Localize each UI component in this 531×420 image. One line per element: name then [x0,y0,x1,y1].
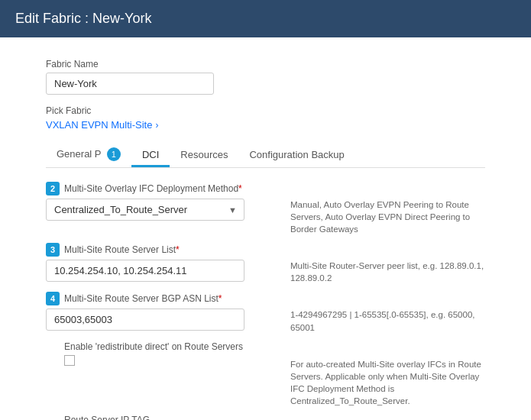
page-title: Edit Fabric : New-York [15,11,151,26]
overlay-ifc-select[interactable]: Centralized_To_Route_Server [46,199,244,221]
bgp-asn-list-hint: 1-4294967295 | 1-65535[.0-65535], e.g. 6… [290,292,485,333]
tab-config-backup-label: Configuration Backup [249,149,344,160]
tab-dci-label: DCI [142,149,159,160]
redistribute-direct-checkbox[interactable] [64,355,75,366]
route-server-list-left: 3 Multi-Site Route Server List* [46,243,275,282]
tab-dci[interactable]: DCI [131,143,170,166]
redistribute-direct-hint: For auto-created Multi-Site overlay IFCs… [290,341,485,407]
overlay-ifc-row: 2 Multi-Site Overlay IFC Deployment Meth… [46,182,485,235]
tab-general-label: General P [57,148,101,160]
fabric-link[interactable]: VXLAN EVPN Multi-Site › [46,119,485,131]
bgp-asn-list-left: 4 Multi-Site Route Server BGP ASN List* [46,292,275,331]
route-server-list-label-row: 3 Multi-Site Route Server List* [46,243,275,257]
page-header: Edit Fabric : New-York [0,0,531,37]
route-server-list-label: Multi-Site Route Server List* [64,244,180,255]
redistribute-direct-label-row: Enable 'redistribute direct' on Route Se… [46,341,275,352]
redistribute-direct-row: Enable 'redistribute direct' on Route Se… [46,341,485,407]
overlay-ifc-hint: Manual, Auto Overlay EVPN Peering to Rou… [290,182,485,235]
pick-fabric-row: Pick Fabric VXLAN EVPN Multi-Site › [46,105,485,131]
step-badge-2: 2 [46,182,60,195]
route-server-ip-tag-left: Route Server IP TAG [46,415,275,420]
route-server-list-row: 3 Multi-Site Route Server List* Multi-Si… [46,243,485,284]
step-badge-4: 4 [46,292,60,305]
route-server-ip-tag-hint: Routing tag associated with Route Server… [290,415,485,420]
tab-general-badge: 1 [107,147,121,161]
bgp-asn-list-label-row: 4 Multi-Site Route Server BGP ASN List* [46,292,275,305]
fabric-name-label: Fabric Name [46,59,485,69]
route-server-list-hint: Multi-Site Router-Server peer list, e.g.… [290,243,485,284]
tab-resources[interactable]: Resources [170,143,238,166]
chevron-right-icon: › [155,120,158,131]
pick-fabric-label: Pick Fabric [46,105,485,116]
overlay-ifc-left: 2 Multi-Site Overlay IFC Deployment Meth… [46,182,275,221]
tab-config-backup[interactable]: Configuration Backup [238,143,355,166]
step-badge-3: 3 [46,243,60,257]
overlay-ifc-select-wrapper: Centralized_To_Route_Server ▼ [46,199,244,221]
route-server-ip-tag-label: Route Server IP TAG [46,415,150,420]
content-area: Fabric Name Pick Fabric VXLAN EVPN Multi… [0,37,531,420]
tab-bar: General P 1 DCI Resources Configuration … [46,141,485,168]
bgp-asn-list-input[interactable] [46,309,244,331]
bgp-asn-list-label: Multi-Site Route Server BGP ASN List* [64,293,222,304]
tab-resources-label: Resources [180,149,228,160]
fabric-name-input[interactable] [46,73,214,95]
overlay-ifc-label: Multi-Site Overlay IFC Deployment Method… [64,183,242,194]
route-server-ip-tag-row: Route Server IP TAG Routing tag associat… [46,415,485,420]
route-server-list-input[interactable] [46,260,244,282]
redistribute-direct-left: Enable 'redistribute direct' on Route Se… [46,341,275,366]
tab-general[interactable]: General P 1 [46,141,131,167]
fabric-link-text: VXLAN EVPN Multi-Site [46,119,152,131]
redistribute-direct-label: Enable 'redistribute direct' on Route Se… [46,341,243,352]
route-server-ip-tag-label-row: Route Server IP TAG [46,415,275,420]
bgp-asn-list-row: 4 Multi-Site Route Server BGP ASN List* … [46,292,485,333]
fabric-name-row: Fabric Name [46,59,485,95]
overlay-ifc-label-row: 2 Multi-Site Overlay IFC Deployment Meth… [46,182,275,195]
